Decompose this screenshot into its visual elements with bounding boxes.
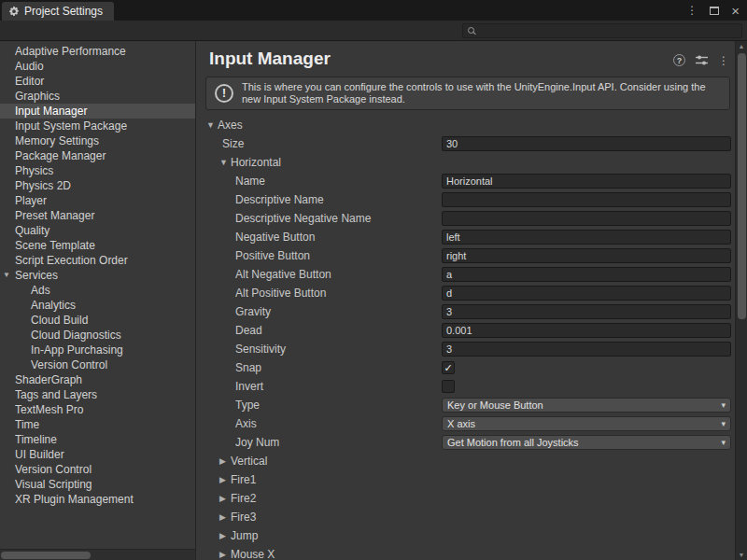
sidebar-item-xr-plugin-management[interactable]: XR Plugin Management xyxy=(0,492,195,507)
field-row-invert: Invert xyxy=(196,377,735,396)
sidebar-item-label: Quality xyxy=(15,224,49,237)
field-row-joy-num: Joy Num Get Motion from all Joysticks ▾ xyxy=(196,433,735,452)
sidebar-item-services[interactable]: ▼Services xyxy=(0,268,195,283)
sidebar-item-physics-2d[interactable]: Physics 2D xyxy=(0,178,195,193)
field-row-size: Size xyxy=(196,134,735,153)
sidebar-item-scene-template[interactable]: Scene Template xyxy=(0,238,195,253)
positive-button-input[interactable] xyxy=(442,248,731,263)
row-label: Horizontal xyxy=(231,156,731,169)
sidebar-item-input-manager[interactable]: Input Manager xyxy=(0,104,195,119)
sidebar-item-tags-and-layers[interactable]: Tags and Layers xyxy=(0,387,195,402)
row-label: Fire3 xyxy=(231,511,731,524)
sidebar-item-shadergraph[interactable]: ShaderGraph xyxy=(0,372,195,387)
field-row-negative-button: Negative Button xyxy=(196,228,735,246)
search-input[interactable] xyxy=(479,25,737,36)
dead-input[interactable] xyxy=(442,323,731,338)
sidebar-item-cloud-build[interactable]: Cloud Build xyxy=(0,313,195,328)
joy-num-dropdown[interactable]: Get Motion from all Joysticks ▾ xyxy=(442,435,731,450)
sidebar-item-version-control-service[interactable]: Version Control xyxy=(0,357,195,372)
sidebar-item-label: Timeline xyxy=(15,433,57,446)
name-input[interactable] xyxy=(442,174,731,189)
field-row-axis: Axis X axis ▾ xyxy=(196,414,735,433)
sidebar-item-in-app-purchasing[interactable]: In-App Purchasing xyxy=(0,343,195,357)
sidebar-item-label: In-App Purchasing xyxy=(31,343,123,357)
sidebar-item-cloud-diagnostics[interactable]: Cloud Diagnostics xyxy=(0,328,195,343)
field-row-alt-negative-button: Alt Negative Button xyxy=(196,265,735,284)
sidebar-item-ui-builder[interactable]: UI Builder xyxy=(0,447,195,462)
foldout-jump[interactable]: ▶ Jump xyxy=(196,526,735,545)
sidebar-item-graphics[interactable]: Graphics xyxy=(0,89,195,104)
sidebar-item-memory-settings[interactable]: Memory Settings xyxy=(0,133,195,148)
presets-icon[interactable] xyxy=(696,55,708,65)
invert-checkbox[interactable] xyxy=(442,380,455,393)
descriptive-negative-name-input[interactable] xyxy=(442,211,731,226)
foldout-axes[interactable]: ▼ Axes xyxy=(196,116,735,134)
vertical-scrollbar-thumb[interactable] xyxy=(738,53,746,319)
field-row-gravity: Gravity xyxy=(196,302,735,321)
foldout-mouse-x[interactable]: ▶ Mouse X xyxy=(196,545,735,560)
sidebar-item-label: Visual Scripting xyxy=(15,478,92,491)
axes-tree: ▼ Axes Size ▼ Horizontal Name Descriptiv… xyxy=(196,116,735,560)
search-box[interactable] xyxy=(462,23,742,38)
field-label: Descriptive Negative Name xyxy=(235,212,442,225)
sidebar-item-quality[interactable]: Quality xyxy=(0,223,195,238)
sidebar-item-timeline[interactable]: Timeline xyxy=(0,432,195,447)
sensitivity-input[interactable] xyxy=(442,342,731,357)
vertical-scrollbar[interactable]: ▲ ▼ xyxy=(735,41,747,560)
sidebar-item-label: Editor xyxy=(15,75,44,88)
sidebar-item-analytics[interactable]: Analytics xyxy=(0,298,195,313)
descriptive-name-input[interactable] xyxy=(442,192,731,207)
sidebar-item-label: Script Execution Order xyxy=(15,254,128,267)
scroll-up-icon[interactable]: ▲ xyxy=(736,43,747,49)
axis-dropdown[interactable]: X axis ▾ xyxy=(442,416,731,431)
foldout-vertical[interactable]: ▶ Vertical xyxy=(196,452,735,470)
sidebar-item-label: Services xyxy=(15,269,58,282)
sidebar-item-preset-manager[interactable]: Preset Manager xyxy=(0,208,195,223)
sidebar-item-adaptive-performance[interactable]: Adaptive Performance xyxy=(0,44,195,59)
sidebar-item-version-control[interactable]: Version Control xyxy=(0,462,195,477)
titlebar-controls: ⋮ × xyxy=(686,0,740,21)
size-input[interactable] xyxy=(442,136,731,151)
type-dropdown[interactable]: Key or Mouse Button ▾ xyxy=(442,398,731,413)
snap-checkbox[interactable]: ✓ xyxy=(442,361,455,374)
row-label: Vertical xyxy=(231,455,731,468)
sidebar-item-editor[interactable]: Editor xyxy=(0,74,195,89)
sidebar-item-audio[interactable]: Audio xyxy=(0,59,195,74)
sidebar-item-package-manager[interactable]: Package Manager xyxy=(0,148,195,163)
close-icon[interactable]: × xyxy=(731,4,740,18)
sidebar-item-player[interactable]: Player xyxy=(0,193,195,208)
window-tab-label: Project Settings xyxy=(24,5,103,18)
maximize-icon[interactable] xyxy=(710,7,719,15)
sidebar-item-physics[interactable]: Physics xyxy=(0,163,195,178)
sidebar-item-textmesh-pro[interactable]: TextMesh Pro xyxy=(0,402,195,417)
help-icon[interactable]: ? xyxy=(673,54,685,66)
info-text: This is where you can configure the cont… xyxy=(242,81,721,105)
field-label: Invert xyxy=(235,380,442,393)
main-header: Input Manager ? ⋮ xyxy=(196,41,735,69)
sidebar-item-ads[interactable]: Ads xyxy=(0,283,195,298)
field-row-sensitivity: Sensitivity xyxy=(196,340,735,358)
sidebar-item-input-system-package[interactable]: Input System Package xyxy=(0,119,195,133)
window-menu-icon[interactable]: ⋮ xyxy=(686,5,698,16)
chevron-down-icon: ▾ xyxy=(721,419,726,428)
foldout-fire2[interactable]: ▶ Fire2 xyxy=(196,489,735,508)
negative-button-input[interactable] xyxy=(442,230,731,245)
window-tab[interactable]: Project Settings xyxy=(2,2,114,21)
foldout-fire3[interactable]: ▶ Fire3 xyxy=(196,508,735,526)
foldout-horizontal[interactable]: ▼ Horizontal xyxy=(196,153,735,172)
field-row-dead: Dead xyxy=(196,321,735,340)
sidebar-item-label: Cloud Diagnostics xyxy=(31,329,121,342)
context-menu-icon[interactable]: ⋮ xyxy=(718,55,729,66)
foldout-fire1[interactable]: ▶ Fire1 xyxy=(196,470,735,489)
alt-negative-button-input[interactable] xyxy=(442,267,731,282)
sidebar-horizontal-scrollbar[interactable] xyxy=(0,549,195,560)
gravity-input[interactable] xyxy=(442,304,731,319)
sidebar-item-script-execution-order[interactable]: Script Execution Order xyxy=(0,253,195,268)
scroll-down-icon[interactable]: ▼ xyxy=(736,552,747,558)
sidebar-item-visual-scripting[interactable]: Visual Scripting xyxy=(0,477,195,492)
sidebar-item-time[interactable]: Time xyxy=(0,417,195,432)
horizontal-scrollbar-thumb[interactable] xyxy=(1,552,91,559)
foldout-closed-icon: ▶ xyxy=(218,531,231,540)
alt-positive-button-input[interactable] xyxy=(442,286,731,301)
dropdown-value: X axis xyxy=(447,418,721,429)
